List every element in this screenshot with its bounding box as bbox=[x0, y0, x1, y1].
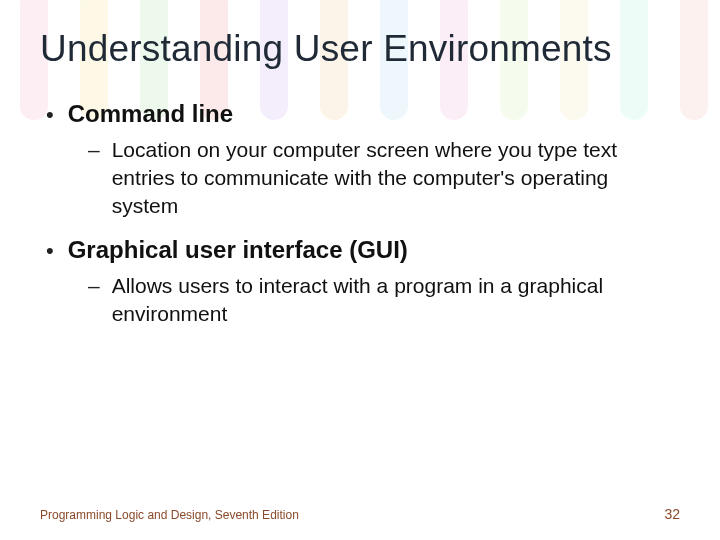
bullet-label: Graphical user interface (GUI) bbox=[68, 234, 408, 266]
page-number: 32 bbox=[664, 506, 680, 522]
dash-icon: – bbox=[88, 136, 100, 163]
sub-list: – Location on your computer screen where… bbox=[88, 136, 680, 219]
footer-source: Programming Logic and Design, Seventh Ed… bbox=[40, 508, 299, 522]
bullet-icon: • bbox=[46, 238, 54, 264]
dash-icon: – bbox=[88, 272, 100, 299]
bullet-list: • Command line – Location on your comput… bbox=[46, 98, 680, 327]
sub-bullet-text: Allows users to interact with a program … bbox=[112, 272, 672, 327]
sub-bullet-text: Location on your computer screen where y… bbox=[112, 136, 672, 219]
list-item: • Command line – Location on your comput… bbox=[46, 98, 680, 220]
list-item: – Location on your computer screen where… bbox=[88, 136, 680, 219]
list-item: • Graphical user interface (GUI) – Allow… bbox=[46, 234, 680, 328]
sub-list: – Allows users to interact with a progra… bbox=[88, 272, 680, 327]
list-item: – Allows users to interact with a progra… bbox=[88, 272, 680, 327]
bullet-icon: • bbox=[46, 102, 54, 128]
bullet-label: Command line bbox=[68, 98, 233, 130]
slide-footer: Programming Logic and Design, Seventh Ed… bbox=[40, 506, 680, 522]
slide-content: Understanding User Environments • Comman… bbox=[0, 0, 720, 540]
slide-title: Understanding User Environments bbox=[40, 28, 680, 70]
